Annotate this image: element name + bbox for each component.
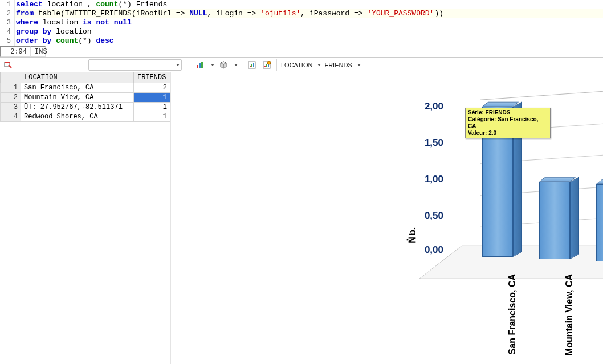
chart-3d-dropdown[interactable] [234, 64, 238, 66]
svg-rect-8 [250, 66, 251, 67]
column2-selector-label[interactable]: FRIENDS [324, 62, 352, 68]
y-axis-title: ṄNb.b. [407, 227, 418, 243]
y-tick-label: 1,00 [409, 174, 443, 185]
rownum-cell: 3 [1, 103, 21, 112]
results-table-pane: LOCATION FRIENDS 1 San Francisco, CA 2 2… [0, 72, 171, 364]
y-tick-label: 2,00 [409, 101, 443, 112]
table-header-row: LOCATION FRIENDS [1, 72, 170, 83]
sql-line-1[interactable]: select location , count(*) Friends [15, 0, 603, 9]
svg-point-15 [267, 61, 271, 64]
filter-dropdown-icon[interactable] [176, 64, 180, 66]
chart-type-dropdown[interactable] [211, 64, 214, 66]
sql-line-3[interactable]: where location is not null [15, 18, 603, 27]
line-number: 4 [0, 27, 15, 36]
svg-rect-12 [264, 66, 266, 67]
table-row[interactable]: 3 ÜT: 27.952767,-82.511371 1 [1, 103, 170, 112]
friends-cell[interactable]: 1 [134, 93, 170, 103]
sql-line-5[interactable]: order by count(*) desc [15, 36, 603, 46]
rownum-header[interactable] [1, 72, 21, 83]
location-cell[interactable]: San Francisco, CA [21, 83, 134, 93]
toolbar-separator [242, 59, 242, 71]
x-tick-label: Mountain View, CA [564, 274, 575, 364]
bar-chart[interactable]: 2,00 1,50 1,00 0,50 0,00 ṄNb.b. [171, 72, 603, 364]
main-content: LOCATION FRIENDS 1 San Francisco, CA 2 2… [0, 72, 603, 364]
chart-tooltip: Série: FRIENDS Catégorie: San Francisco,… [465, 108, 551, 138]
chart-refresh-icon[interactable] [261, 59, 272, 71]
chart-pane: 2,00 1,50 1,00 0,50 0,00 ṄNb.b. [171, 72, 603, 364]
filter-search-input[interactable] [88, 59, 182, 71]
results-table[interactable]: LOCATION FRIENDS 1 San Francisco, CA 2 2… [0, 72, 170, 122]
svg-rect-9 [251, 64, 252, 67]
friends-header[interactable]: FRIENDS [134, 72, 170, 83]
rownum-cell: 1 [1, 83, 21, 93]
svg-rect-1 [5, 62, 10, 63]
y-tick-label: 0,50 [409, 210, 443, 222]
line-number: 3 [0, 18, 15, 27]
sql-editor[interactable]: 1 select location , count(*) Friends 2 f… [0, 0, 603, 46]
column2-selector-dropdown[interactable] [357, 64, 361, 66]
location-cell[interactable]: Mountain View, CA [21, 93, 134, 103]
editor-status-bar: 2:94 INS [0, 46, 603, 58]
chart-type-icon[interactable] [194, 59, 206, 71]
line-number: 2 [0, 9, 15, 18]
line-number: 5 [0, 36, 15, 46]
sql-line-2[interactable]: from table(TWITTER_FRIENDS(iRootUrl => N… [15, 9, 603, 18]
svg-rect-13 [266, 64, 267, 67]
table-row-selected[interactable]: 2 Mountain View, CA 1 [1, 93, 170, 103]
friends-cell[interactable]: 1 [134, 103, 170, 112]
results-toolbar: LOCATION FRIENDS [0, 58, 603, 72]
rownum-cell: 2 [1, 93, 21, 103]
chart-3d-icon[interactable] [218, 59, 229, 71]
chart-config-icon[interactable] [246, 59, 258, 71]
sql-line-4[interactable]: group by location [15, 27, 603, 36]
svg-rect-5 [199, 63, 201, 68]
pin-results-icon[interactable] [2, 59, 14, 71]
svg-rect-10 [253, 63, 254, 67]
svg-rect-4 [197, 65, 198, 68]
friends-cell[interactable]: 2 [134, 83, 170, 93]
table-row[interactable]: 1 San Francisco, CA 2 [1, 83, 170, 93]
cursor-position: 2:94 [0, 46, 31, 57]
svg-rect-6 [201, 62, 203, 68]
column1-selector-label[interactable]: LOCATION [281, 62, 312, 68]
y-tick-label: 1,50 [409, 137, 443, 149]
insert-mode: INS [31, 46, 46, 57]
line-number: 1 [0, 0, 15, 9]
toolbar-separator [18, 59, 18, 71]
location-cell[interactable]: ÜT: 27.952767,-82.511371 [21, 103, 134, 112]
y-tick-label: 0,00 [409, 244, 443, 256]
table-row[interactable]: 4 Redwood Shores, CA 1 [1, 112, 170, 122]
column1-selector-dropdown[interactable] [317, 64, 321, 66]
toolbar-separator [276, 59, 277, 71]
location-cell[interactable]: Redwood Shores, CA [21, 112, 134, 122]
filter-input[interactable] [93, 62, 172, 68]
rownum-cell: 4 [1, 112, 21, 122]
friends-cell[interactable]: 1 [134, 112, 170, 122]
x-tick-label: San Francisco, CA [507, 274, 518, 364]
location-header[interactable]: LOCATION [21, 72, 134, 83]
